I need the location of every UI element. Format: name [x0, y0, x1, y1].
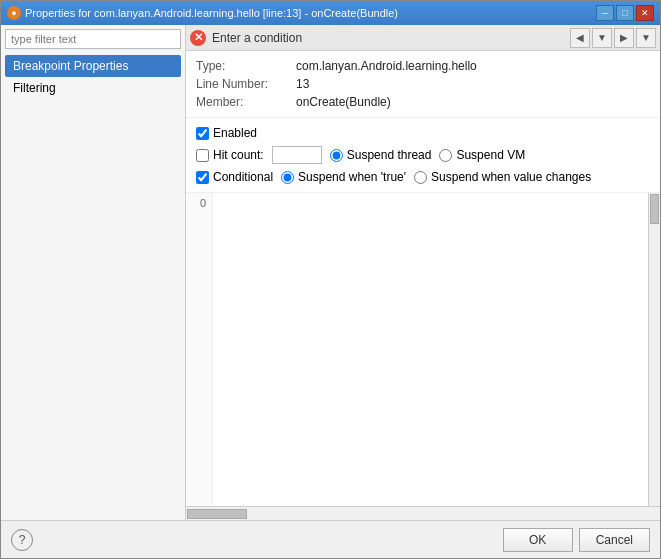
type-value: com.lanyan.Android.learning.hello [296, 59, 650, 73]
properties-window: ● Properties for com.lanyan.Android.lear… [0, 0, 661, 559]
error-icon: ✕ [190, 30, 206, 46]
suspend-true-radio[interactable] [281, 171, 294, 184]
title-bar-left: ● Properties for com.lanyan.Android.lear… [7, 6, 398, 20]
back-button[interactable]: ◀ [570, 28, 590, 48]
toolbar-nav: ◀ ▼ ▶ ▼ [570, 28, 656, 48]
textarea-body: 0 [186, 193, 660, 506]
conditional-label: Conditional [213, 170, 273, 184]
suspend-value-changes-label: Suspend when value changes [431, 170, 591, 184]
enabled-row: Enabled [196, 126, 650, 140]
panel-title: Enter a condition [212, 31, 302, 45]
scroll-thumb-v[interactable] [650, 194, 659, 224]
vertical-scrollbar[interactable] [648, 193, 660, 506]
suspend-value-changes-radio[interactable] [414, 171, 427, 184]
hit-count-label: Hit count: [213, 148, 264, 162]
line-label: Line Number: [196, 77, 296, 91]
window-icon: ● [7, 6, 21, 20]
window-title: Properties for com.lanyan.Android.learni… [25, 7, 398, 19]
panel-header-inner: ✕ Enter a condition [190, 30, 302, 46]
help-button[interactable]: ? [11, 529, 33, 551]
scroll-thumb-h[interactable] [187, 509, 247, 519]
line-numbers: 0 [186, 193, 213, 506]
suspend-thread-radio-label[interactable]: Suspend thread [330, 148, 432, 162]
code-area: 0 [186, 193, 660, 520]
suspend-value-changes-radio-label[interactable]: Suspend when value changes [414, 170, 591, 184]
hit-count-row: Hit count: Suspend thread Suspend VM [196, 146, 650, 164]
toolbar: ✕ Enter a condition ◀ ▼ ▶ ▼ [186, 25, 660, 51]
hit-count-input[interactable] [272, 146, 322, 164]
filter-input[interactable] [5, 29, 181, 49]
suspend-true-label: Suspend when 'true' [298, 170, 406, 184]
hit-count-checkbox[interactable] [196, 149, 209, 162]
main-panel: ✕ Enter a condition ◀ ▼ ▶ ▼ Type: com.la… [186, 25, 660, 520]
conditional-checkbox[interactable] [196, 171, 209, 184]
enabled-checkbox-label[interactable]: Enabled [196, 126, 257, 140]
sidebar-item-label: Filtering [13, 81, 56, 95]
dropdown-button[interactable]: ▼ [592, 28, 612, 48]
sidebar-item-breakpoint-properties[interactable]: Breakpoint Properties [5, 55, 181, 77]
forward-button[interactable]: ▶ [614, 28, 634, 48]
properties-grid: Type: com.lanyan.Android.learning.hello … [186, 51, 660, 118]
options-section: Enabled Hit count: Suspend thread [186, 118, 660, 193]
hit-count-checkbox-label[interactable]: Hit count: [196, 148, 264, 162]
title-bar-controls: ─ □ ✕ [596, 5, 654, 21]
suspend-thread-label: Suspend thread [347, 148, 432, 162]
sidebar-item-filtering[interactable]: Filtering [5, 77, 181, 99]
close-button[interactable]: ✕ [636, 5, 654, 21]
suspend-vm-radio[interactable] [439, 149, 452, 162]
maximize-button[interactable]: □ [616, 5, 634, 21]
content-area: Breakpoint Properties Filtering ✕ Enter … [1, 25, 660, 520]
member-label: Member: [196, 95, 296, 109]
ok-button[interactable]: OK [503, 528, 573, 552]
title-bar: ● Properties for com.lanyan.Android.lear… [1, 1, 660, 25]
conditional-checkbox-label[interactable]: Conditional [196, 170, 273, 184]
line-value: 13 [296, 77, 650, 91]
footer: ? OK Cancel [1, 520, 660, 558]
dropdown2-button[interactable]: ▼ [636, 28, 656, 48]
line-number-0: 0 [190, 195, 210, 209]
horizontal-scrollbar-container [186, 506, 660, 520]
suspend-vm-label: Suspend VM [456, 148, 525, 162]
cancel-button[interactable]: Cancel [579, 528, 650, 552]
member-value: onCreate(Bundle) [296, 95, 650, 109]
minimize-button[interactable]: ─ [596, 5, 614, 21]
sidebar-item-label: Breakpoint Properties [13, 59, 128, 73]
code-textarea[interactable] [213, 193, 648, 506]
type-label: Type: [196, 59, 296, 73]
suspend-thread-radio[interactable] [330, 149, 343, 162]
conditional-row: Conditional Suspend when 'true' Suspend … [196, 170, 650, 184]
footer-buttons: OK Cancel [503, 528, 650, 552]
suspend-vm-radio-label[interactable]: Suspend VM [439, 148, 525, 162]
horizontal-scrollbar[interactable] [186, 508, 660, 520]
enabled-label: Enabled [213, 126, 257, 140]
suspend-true-radio-label[interactable]: Suspend when 'true' [281, 170, 406, 184]
enabled-checkbox[interactable] [196, 127, 209, 140]
help-icon: ? [19, 533, 26, 547]
sidebar: Breakpoint Properties Filtering [1, 25, 186, 520]
